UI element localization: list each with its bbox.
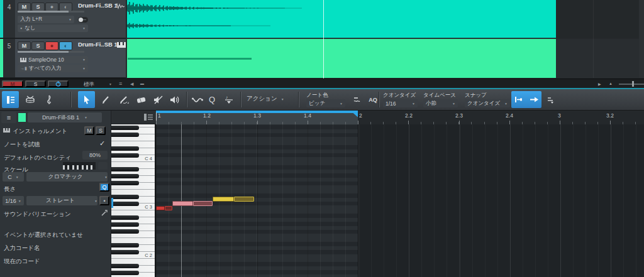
black-key[interactable] — [111, 215, 139, 220]
track-header-5[interactable]: 5 M S ● ◐ Drum-Fi..SB 1 SampleOne 10▼ — [0, 39, 126, 79]
scale-keyboard-widget[interactable] — [63, 162, 96, 170]
scale-extra-button[interactable] — [98, 162, 108, 170]
listen-tool-button[interactable] — [167, 91, 184, 108]
volume-bar[interactable] — [18, 51, 84, 53]
scale-root-select[interactable]: C▼ — [3, 172, 24, 182]
record-arm-button[interactable]: ● — [45, 41, 58, 50]
toolbar-separator — [298, 92, 299, 107]
black-key[interactable] — [111, 243, 139, 247]
velocity-value-field[interactable]: 80% — [82, 151, 108, 160]
minimize-icon[interactable]: ▬ — [140, 82, 144, 85]
black-key[interactable] — [111, 271, 139, 275]
action-menu[interactable]: アクション ▼ — [247, 95, 284, 103]
black-key[interactable] — [111, 222, 139, 227]
transform-button[interactable] — [189, 91, 206, 108]
record-arm-button[interactable]: ● — [45, 3, 58, 11]
dot-button[interactable]: • — [99, 196, 109, 205]
pencil-tool-button[interactable] — [97, 91, 114, 108]
black-key[interactable] — [111, 126, 139, 130]
instrument-select[interactable]: SampleOne 10▼ — [18, 56, 88, 63]
clip-title-select[interactable]: Drum-Fill-SB 1 ▼ — [28, 112, 102, 122]
black-key[interactable] — [111, 202, 139, 206]
strum-button[interactable]: ♪ — [220, 91, 237, 108]
monitor-button[interactable]: ◐ — [59, 3, 72, 11]
move-to-start-button[interactable] — [511, 91, 526, 108]
snap-select[interactable]: クオンタイズ▼ — [465, 99, 510, 107]
wrench-icon[interactable] — [101, 210, 108, 217]
score-view-button[interactable] — [40, 91, 57, 108]
track-name[interactable]: Drum-Fi..SB 1 — [78, 2, 118, 9]
black-key[interactable] — [111, 264, 139, 268]
chevron-down-icon[interactable]: ▼ — [109, 82, 112, 86]
piano-view-button[interactable] — [2, 91, 19, 108]
eraser-tool-button[interactable] — [133, 91, 150, 108]
arrow-tool-button[interactable] — [78, 91, 95, 108]
pitch-levels-button[interactable] — [350, 91, 365, 108]
drum-view-button[interactable] — [21, 91, 38, 108]
check-icon[interactable]: ✓ — [99, 139, 105, 148]
paint-tool-button[interactable] — [115, 91, 132, 108]
monitor-button[interactable]: ◐ — [59, 41, 72, 50]
quantize-label: クオンタイズ — [383, 92, 416, 99]
collapse-left-icon[interactable]: ◀ — [130, 82, 133, 87]
midi-input-select[interactable]: →▮ すべての入力▼ — [18, 65, 88, 72]
black-key[interactable] — [111, 229, 139, 234]
black-key[interactable] — [111, 153, 139, 158]
scale-type-select[interactable]: クロマチック▼ — [26, 172, 108, 182]
note-color-select[interactable]: ピッチ▼ — [306, 99, 345, 107]
mute-button[interactable]: M — [18, 3, 31, 11]
arrange-vertical-scrollbar[interactable] — [639, 0, 644, 78]
track-header-4[interactable]: 4 M S ● ◐ Drum-Fi..SB 1 入力 L+R▼ ▪ なし▼ — [0, 0, 126, 39]
piano-roll-grid[interactable] — [156, 124, 644, 277]
midi-clip-track5[interactable] — [127, 39, 556, 78]
black-key[interactable] — [111, 167, 139, 171]
black-key[interactable] — [111, 250, 139, 254]
volume-bar[interactable] — [18, 11, 84, 13]
zoom-slider-handle[interactable] — [632, 81, 634, 87]
midi-note-c3[interactable] — [165, 206, 173, 211]
macro-quantize-button[interactable]: Q — [205, 91, 219, 108]
quantize-select[interactable]: 1/16▼ — [383, 99, 418, 107]
list-icon[interactable]: ≡ — [119, 80, 122, 87]
input-toggle[interactable] — [78, 17, 88, 23]
velocity-panel-button[interactable] — [543, 91, 557, 108]
play-zoom-icon[interactable]: ▶ — [598, 82, 601, 86]
input-select[interactable]: 入力 L+R▼ — [18, 16, 74, 23]
power-button[interactable] — [48, 80, 69, 87]
solo-button[interactable]: S — [31, 41, 45, 50]
follow-playhead-button[interactable] — [526, 91, 541, 108]
black-key[interactable] — [111, 181, 139, 185]
black-key[interactable] — [111, 174, 139, 178]
up-zoom-icon[interactable]: ▲ — [609, 82, 613, 85]
length-division-select[interactable]: 1/16▼ — [3, 196, 24, 205]
inspector-menu-button[interactable]: ≡ — [1, 112, 16, 123]
master-mute-button[interactable]: M — [2, 80, 23, 87]
zoom-slider-track[interactable] — [619, 84, 644, 85]
midi-note-d3[interactable] — [213, 197, 234, 202]
timebase-select[interactable]: 小節▼ — [423, 99, 458, 107]
instrument-mute-button[interactable]: M — [84, 126, 94, 135]
arrange-playhead[interactable] — [323, 0, 324, 79]
midi-note-cs3[interactable] — [172, 201, 193, 206]
instrument-solo-button[interactable]: S — [96, 126, 106, 135]
midi-note-c3[interactable] — [156, 206, 165, 211]
length-quantize-button[interactable]: Q — [99, 183, 109, 192]
timeline-ruler[interactable]: 11.21.31.422.22.32.433.2 — [156, 111, 644, 124]
mute-tool-button[interactable] — [150, 91, 167, 108]
sub-select[interactable]: ▪ なし▼ — [18, 24, 88, 32]
piano-keys[interactable]: C 4C 3C 2 — [111, 124, 156, 277]
solo-button[interactable]: S — [31, 3, 45, 11]
instrument-track-icon — [117, 42, 126, 48]
midi-note-cs3[interactable] — [193, 201, 213, 206]
length-mode-select[interactable]: ストレート▼ — [26, 196, 97, 205]
mute-button[interactable]: M — [18, 41, 31, 50]
audio-clip-track4[interactable] — [127, 0, 556, 38]
black-key[interactable] — [111, 195, 139, 199]
master-solo-button[interactable]: S — [25, 80, 46, 87]
black-key[interactable] — [111, 133, 139, 137]
key-label: C 3 — [145, 204, 152, 210]
track-name[interactable]: Drum-Fi..SB 1 — [78, 41, 118, 48]
lanes-icon[interactable] — [144, 114, 153, 121]
black-key[interactable] — [111, 146, 139, 151]
midi-note-d3[interactable] — [234, 197, 254, 202]
